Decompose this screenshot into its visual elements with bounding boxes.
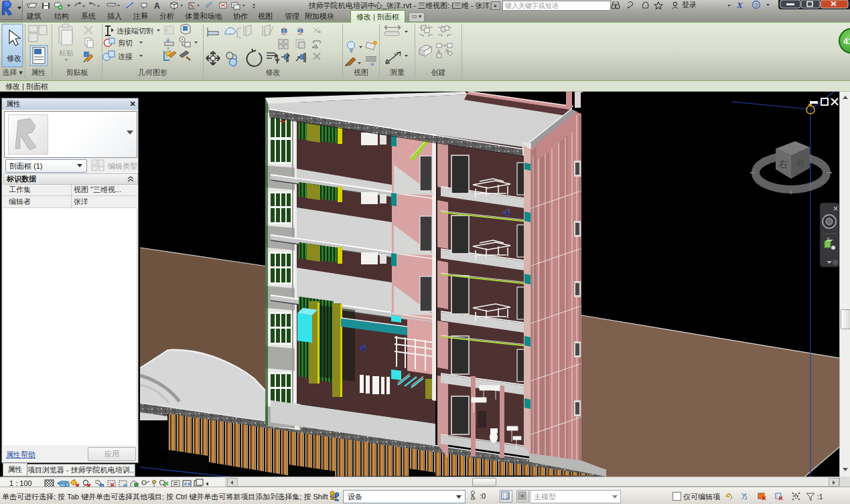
svg-text:?: ? [755, 2, 758, 9]
svg-text:连接端切割: 连接端切割 [117, 27, 153, 35]
svg-text:X: X [736, 0, 743, 10]
svg-text:修改: 修改 [7, 54, 21, 62]
svg-text:A: A [154, 1, 160, 11]
svg-text:剪切: 剪切 [118, 39, 133, 47]
svg-text:前: 前 [796, 158, 804, 167]
svg-text:粘贴: 粘贴 [58, 49, 74, 57]
svg-text:连接: 连接 [118, 52, 133, 60]
svg-text:登录: 登录 [682, 1, 697, 9]
svg-text:右: 右 [778, 159, 788, 169]
